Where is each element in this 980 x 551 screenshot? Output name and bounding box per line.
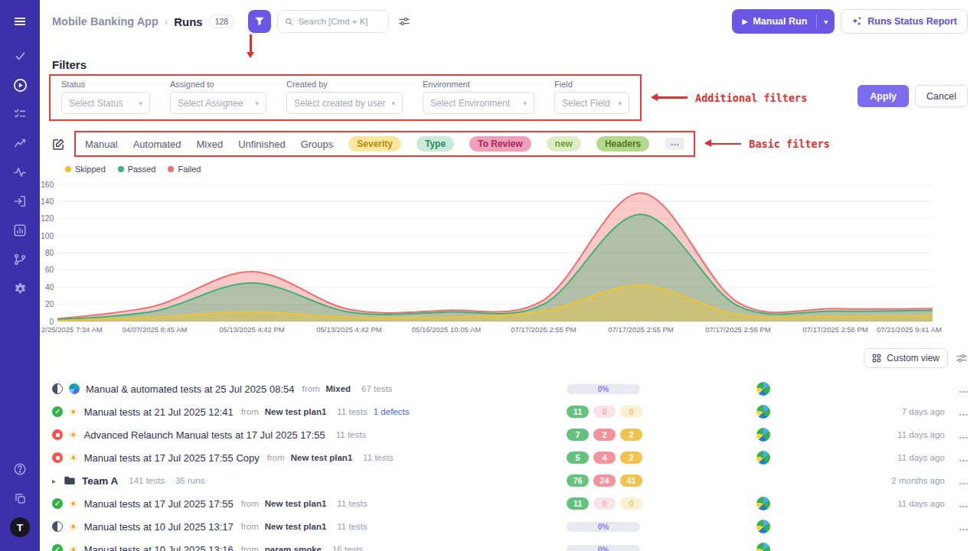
sidebar-item-branches[interactable] [0, 245, 40, 274]
run-row[interactable]: ☀Manual tests at 10 Jul 2025 13:17fromNe… [40, 515, 980, 538]
run-title[interactable]: Manual & automated tests at 25 Jul 2025 … [86, 383, 294, 395]
row-menu-button[interactable]: … [959, 498, 969, 510]
avatar[interactable] [756, 497, 770, 510]
sidebar-item-settings[interactable] [0, 274, 40, 303]
manual-run-icon: ☀ [69, 407, 78, 417]
breadcrumb-project[interactable]: Mobile Banking App [52, 15, 158, 28]
skipped-badge: 41 [620, 474, 642, 487]
annotation-additional-label: Additional filters [695, 92, 807, 104]
list-settings-button[interactable] [956, 352, 968, 364]
assignee-select[interactable]: Select Assignee ▾ [170, 92, 266, 114]
branch-icon [13, 253, 27, 266]
filter-tag-new[interactable]: new [547, 136, 581, 152]
avatar[interactable] [756, 543, 770, 551]
filter-tag-type[interactable]: Type [416, 136, 454, 152]
from-label: from [241, 407, 259, 416]
sidebar-item-reports[interactable] [0, 129, 40, 158]
run-row[interactable]: Manual & automated tests at 25 Jul 2025 … [40, 377, 980, 400]
search-field[interactable] [298, 17, 381, 26]
avatar[interactable] [756, 520, 770, 533]
run-title[interactable]: Manual tests at 17 Jul 2025 17:55 [84, 498, 234, 510]
row-menu-button[interactable]: … [959, 475, 969, 487]
filter-tag-to-review[interactable]: To Review [469, 136, 531, 152]
row-menu-button[interactable]: … [959, 452, 969, 464]
compose-run-button[interactable] [52, 138, 65, 151]
row-menu-button[interactable]: … [959, 544, 969, 551]
defects-link[interactable]: 1 defects [374, 407, 410, 416]
created-by-select[interactable]: Select created by user ▾ [286, 92, 403, 114]
stopped-status-icon [52, 429, 63, 440]
run-row[interactable]: ☀Advanced Relaunch Manual tests at 17 Ju… [40, 423, 980, 446]
run-row[interactable]: ✓☀Manual tests at 10 Jul 2025 13:16fromp… [40, 538, 980, 551]
sidebar-item-pulse[interactable] [0, 158, 40, 187]
sidebar-item-analytics[interactable] [0, 216, 40, 245]
play-circle-icon [13, 78, 28, 93]
filter-toggle-button[interactable] [248, 10, 271, 33]
expand-chevron-icon[interactable]: ▸ [52, 477, 56, 485]
funnel-icon [254, 16, 265, 27]
sidebar-menu[interactable] [0, 5, 40, 38]
run-title[interactable]: Manual tests at 17 Jul 2025 17:55 Copy [84, 452, 260, 464]
annotation-left-arrow [706, 143, 741, 145]
custom-view-label: Custom view [887, 353, 939, 364]
avatar[interactable] [756, 428, 770, 442]
manual-run-icon: ☀ [69, 430, 78, 440]
run-time: 2 months ago [891, 476, 945, 485]
sidebar-help[interactable] [0, 455, 40, 484]
search-adjust-button[interactable] [395, 12, 413, 31]
run-title[interactable]: Advanced Relaunch Manual tests at 17 Jul… [84, 429, 325, 441]
avatar[interactable] [756, 451, 770, 465]
passed-badge: 5 [567, 452, 589, 464]
search-input[interactable] [277, 10, 389, 33]
filters-title: Filters [52, 58, 980, 71]
row-menu-button[interactable]: … [959, 406, 969, 418]
progress-label: 0% [567, 384, 640, 394]
legend-failed[interactable]: Failed [168, 165, 201, 174]
filter-tab-mixed[interactable]: Mixed [197, 139, 224, 150]
row-menu-button[interactable]: … [959, 429, 969, 441]
filter-tag-severity[interactable]: Severity [348, 136, 401, 152]
sidebar-item-tests[interactable] [0, 41, 40, 70]
run-row[interactable]: ✓☀Manual tests at 17 Jul 2025 17:55fromN… [40, 492, 980, 515]
filter-tab-unfinished[interactable]: Unfinished [238, 139, 285, 150]
custom-view-button[interactable]: Custom view [864, 348, 948, 368]
sidebar-item-import[interactable] [0, 187, 40, 216]
legend-passed[interactable]: Passed [118, 165, 156, 174]
sidebar-item-plans[interactable] [0, 99, 40, 129]
run-row[interactable]: ☀Manual tests at 17 Jul 2025 17:55 Copyf… [40, 446, 980, 469]
avatar[interactable] [756, 382, 770, 396]
failed-badge: 4 [593, 452, 616, 464]
field-select[interactable]: Select Field ▾ [554, 92, 629, 114]
run-row[interactable]: ✓☀Manual tests at 21 Jul 2025 12:41fromN… [40, 400, 980, 423]
status-select[interactable]: Select Status ▾ [61, 92, 150, 114]
filter-tab-automated[interactable]: Automated [133, 139, 181, 150]
cancel-button[interactable]: Cancel [915, 85, 968, 107]
legend-skipped[interactable]: Skipped [65, 165, 106, 174]
mixed-run-icon [69, 383, 80, 394]
run-title[interactable]: Manual tests at 10 Jul 2025 13:16 [84, 544, 234, 551]
row-menu-button[interactable]: … [959, 383, 969, 395]
run-title[interactable]: Manual tests at 21 Jul 2025 12:41 [84, 406, 234, 418]
environment-select[interactable]: Select Environment ▾ [423, 92, 534, 114]
filter-tab-groups[interactable]: Groups [301, 139, 334, 150]
group-title[interactable]: Team A [82, 475, 118, 487]
in-progress-status-icon [52, 383, 63, 394]
run-title[interactable]: Manual tests at 10 Jul 2025 13:17 [84, 521, 234, 533]
more-filters-button[interactable]: … [665, 138, 684, 150]
tests-count: 141 tests [129, 476, 165, 485]
sidebar-item-runs[interactable] [0, 70, 40, 99]
filter-tab-manual[interactable]: Manual [85, 139, 118, 150]
manual-run-icon: ☀ [69, 453, 78, 463]
manual-run-button[interactable]: ▶ Manual Run ▾ [732, 9, 835, 34]
group-row[interactable]: ▸Team A141 tests35 runs 762441 2 months … [40, 469, 980, 492]
progress-label: 0% [567, 522, 640, 532]
manual-run-dropdown[interactable]: ▾ [817, 18, 835, 26]
sidebar-logo[interactable]: T [0, 513, 40, 542]
runs-status-report-button[interactable]: Runs Status Report [841, 9, 968, 34]
apply-button[interactable]: Apply [858, 85, 909, 107]
row-menu-button[interactable]: … [959, 521, 969, 533]
select-placeholder: Select Assignee [178, 98, 243, 109]
avatar[interactable] [756, 405, 770, 419]
filter-tag-headers[interactable]: Headers [596, 136, 649, 152]
sidebar-docs[interactable] [0, 484, 40, 513]
